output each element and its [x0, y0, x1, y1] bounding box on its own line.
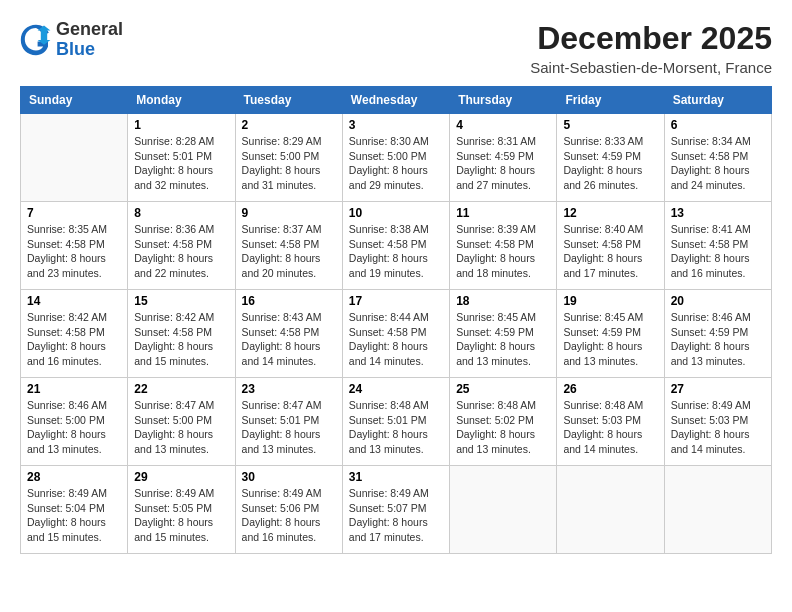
logo-general-text: General	[56, 20, 123, 40]
calendar-cell: 24Sunrise: 8:48 AMSunset: 5:01 PMDayligh…	[342, 378, 449, 466]
calendar-cell: 4Sunrise: 8:31 AMSunset: 4:59 PMDaylight…	[450, 114, 557, 202]
title-block: December 2025 Saint-Sebastien-de-Morsent…	[530, 20, 772, 76]
day-info: Sunrise: 8:47 AMSunset: 5:00 PMDaylight:…	[134, 398, 228, 457]
day-number: 7	[27, 206, 121, 220]
calendar-cell: 12Sunrise: 8:40 AMSunset: 4:58 PMDayligh…	[557, 202, 664, 290]
calendar-cell: 15Sunrise: 8:42 AMSunset: 4:58 PMDayligh…	[128, 290, 235, 378]
calendar-week-row: 21Sunrise: 8:46 AMSunset: 5:00 PMDayligh…	[21, 378, 772, 466]
calendar-cell	[450, 466, 557, 554]
day-number: 3	[349, 118, 443, 132]
day-number: 26	[563, 382, 657, 396]
day-info: Sunrise: 8:38 AMSunset: 4:58 PMDaylight:…	[349, 222, 443, 281]
calendar-cell: 8Sunrise: 8:36 AMSunset: 4:58 PMDaylight…	[128, 202, 235, 290]
calendar-week-row: 14Sunrise: 8:42 AMSunset: 4:58 PMDayligh…	[21, 290, 772, 378]
day-info: Sunrise: 8:48 AMSunset: 5:02 PMDaylight:…	[456, 398, 550, 457]
weekday-header-monday: Monday	[128, 87, 235, 114]
calendar-table: SundayMondayTuesdayWednesdayThursdayFrid…	[20, 86, 772, 554]
day-info: Sunrise: 8:31 AMSunset: 4:59 PMDaylight:…	[456, 134, 550, 193]
day-info: Sunrise: 8:34 AMSunset: 4:58 PMDaylight:…	[671, 134, 765, 193]
calendar-cell: 27Sunrise: 8:49 AMSunset: 5:03 PMDayligh…	[664, 378, 771, 466]
day-info: Sunrise: 8:49 AMSunset: 5:06 PMDaylight:…	[242, 486, 336, 545]
weekday-header-sunday: Sunday	[21, 87, 128, 114]
calendar-cell: 16Sunrise: 8:43 AMSunset: 4:58 PMDayligh…	[235, 290, 342, 378]
day-info: Sunrise: 8:49 AMSunset: 5:05 PMDaylight:…	[134, 486, 228, 545]
day-number: 31	[349, 470, 443, 484]
calendar-cell: 7Sunrise: 8:35 AMSunset: 4:58 PMDaylight…	[21, 202, 128, 290]
day-info: Sunrise: 8:33 AMSunset: 4:59 PMDaylight:…	[563, 134, 657, 193]
day-info: Sunrise: 8:40 AMSunset: 4:58 PMDaylight:…	[563, 222, 657, 281]
day-number: 27	[671, 382, 765, 396]
calendar-cell: 2Sunrise: 8:29 AMSunset: 5:00 PMDaylight…	[235, 114, 342, 202]
logo-icon	[20, 24, 52, 56]
weekday-header-row: SundayMondayTuesdayWednesdayThursdayFrid…	[21, 87, 772, 114]
calendar-cell: 22Sunrise: 8:47 AMSunset: 5:00 PMDayligh…	[128, 378, 235, 466]
calendar-cell: 30Sunrise: 8:49 AMSunset: 5:06 PMDayligh…	[235, 466, 342, 554]
logo-text: General Blue	[56, 20, 123, 60]
calendar-cell: 17Sunrise: 8:44 AMSunset: 4:58 PMDayligh…	[342, 290, 449, 378]
page-header: General Blue December 2025 Saint-Sebasti…	[20, 20, 772, 76]
day-info: Sunrise: 8:35 AMSunset: 4:58 PMDaylight:…	[27, 222, 121, 281]
day-info: Sunrise: 8:42 AMSunset: 4:58 PMDaylight:…	[27, 310, 121, 369]
calendar-cell: 28Sunrise: 8:49 AMSunset: 5:04 PMDayligh…	[21, 466, 128, 554]
day-number: 5	[563, 118, 657, 132]
day-number: 17	[349, 294, 443, 308]
calendar-week-row: 7Sunrise: 8:35 AMSunset: 4:58 PMDaylight…	[21, 202, 772, 290]
page-container: General Blue December 2025 Saint-Sebasti…	[20, 20, 772, 554]
day-info: Sunrise: 8:28 AMSunset: 5:01 PMDaylight:…	[134, 134, 228, 193]
day-number: 22	[134, 382, 228, 396]
day-number: 13	[671, 206, 765, 220]
logo-blue-text: Blue	[56, 40, 123, 60]
calendar-cell: 6Sunrise: 8:34 AMSunset: 4:58 PMDaylight…	[664, 114, 771, 202]
calendar-cell	[557, 466, 664, 554]
day-number: 16	[242, 294, 336, 308]
calendar-cell: 13Sunrise: 8:41 AMSunset: 4:58 PMDayligh…	[664, 202, 771, 290]
day-info: Sunrise: 8:48 AMSunset: 5:01 PMDaylight:…	[349, 398, 443, 457]
day-info: Sunrise: 8:43 AMSunset: 4:58 PMDaylight:…	[242, 310, 336, 369]
weekday-header-saturday: Saturday	[664, 87, 771, 114]
calendar-cell: 21Sunrise: 8:46 AMSunset: 5:00 PMDayligh…	[21, 378, 128, 466]
day-info: Sunrise: 8:49 AMSunset: 5:07 PMDaylight:…	[349, 486, 443, 545]
calendar-cell: 5Sunrise: 8:33 AMSunset: 4:59 PMDaylight…	[557, 114, 664, 202]
day-info: Sunrise: 8:46 AMSunset: 5:00 PMDaylight:…	[27, 398, 121, 457]
calendar-cell: 11Sunrise: 8:39 AMSunset: 4:58 PMDayligh…	[450, 202, 557, 290]
calendar-cell: 3Sunrise: 8:30 AMSunset: 5:00 PMDaylight…	[342, 114, 449, 202]
day-info: Sunrise: 8:46 AMSunset: 4:59 PMDaylight:…	[671, 310, 765, 369]
day-info: Sunrise: 8:37 AMSunset: 4:58 PMDaylight:…	[242, 222, 336, 281]
day-number: 10	[349, 206, 443, 220]
day-number: 12	[563, 206, 657, 220]
day-number: 29	[134, 470, 228, 484]
day-number: 20	[671, 294, 765, 308]
day-number: 9	[242, 206, 336, 220]
calendar-header: SundayMondayTuesdayWednesdayThursdayFrid…	[21, 87, 772, 114]
calendar-cell: 23Sunrise: 8:47 AMSunset: 5:01 PMDayligh…	[235, 378, 342, 466]
weekday-header-friday: Friday	[557, 87, 664, 114]
day-number: 8	[134, 206, 228, 220]
calendar-cell	[664, 466, 771, 554]
day-number: 24	[349, 382, 443, 396]
day-info: Sunrise: 8:45 AMSunset: 4:59 PMDaylight:…	[456, 310, 550, 369]
day-number: 23	[242, 382, 336, 396]
calendar-cell: 18Sunrise: 8:45 AMSunset: 4:59 PMDayligh…	[450, 290, 557, 378]
day-number: 21	[27, 382, 121, 396]
day-info: Sunrise: 8:49 AMSunset: 5:03 PMDaylight:…	[671, 398, 765, 457]
day-number: 11	[456, 206, 550, 220]
weekday-header-thursday: Thursday	[450, 87, 557, 114]
calendar-cell: 20Sunrise: 8:46 AMSunset: 4:59 PMDayligh…	[664, 290, 771, 378]
day-number: 18	[456, 294, 550, 308]
day-info: Sunrise: 8:39 AMSunset: 4:58 PMDaylight:…	[456, 222, 550, 281]
calendar-week-row: 1Sunrise: 8:28 AMSunset: 5:01 PMDaylight…	[21, 114, 772, 202]
calendar-cell: 26Sunrise: 8:48 AMSunset: 5:03 PMDayligh…	[557, 378, 664, 466]
weekday-header-tuesday: Tuesday	[235, 87, 342, 114]
day-number: 15	[134, 294, 228, 308]
day-number: 25	[456, 382, 550, 396]
day-info: Sunrise: 8:47 AMSunset: 5:01 PMDaylight:…	[242, 398, 336, 457]
day-info: Sunrise: 8:41 AMSunset: 4:58 PMDaylight:…	[671, 222, 765, 281]
day-info: Sunrise: 8:44 AMSunset: 4:58 PMDaylight:…	[349, 310, 443, 369]
logo: General Blue	[20, 20, 123, 60]
calendar-cell: 9Sunrise: 8:37 AMSunset: 4:58 PMDaylight…	[235, 202, 342, 290]
day-number: 28	[27, 470, 121, 484]
calendar-cell: 19Sunrise: 8:45 AMSunset: 4:59 PMDayligh…	[557, 290, 664, 378]
calendar-cell: 1Sunrise: 8:28 AMSunset: 5:01 PMDaylight…	[128, 114, 235, 202]
day-number: 19	[563, 294, 657, 308]
day-info: Sunrise: 8:49 AMSunset: 5:04 PMDaylight:…	[27, 486, 121, 545]
